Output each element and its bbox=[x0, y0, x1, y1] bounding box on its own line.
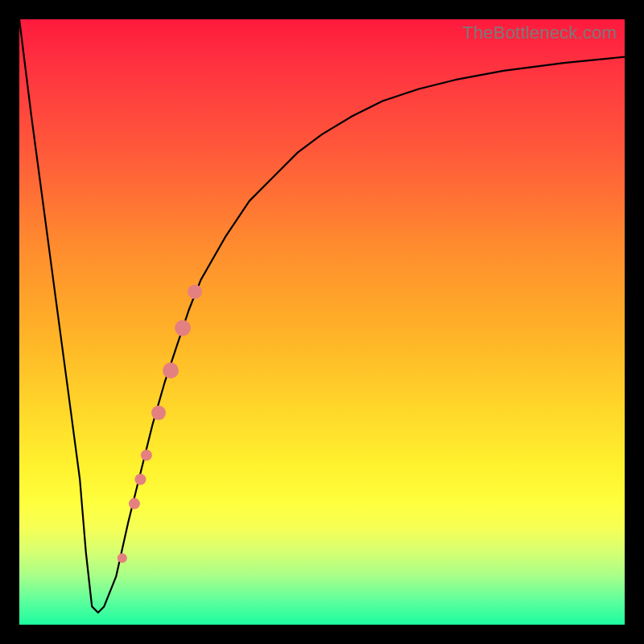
bottleneck-curve bbox=[19, 19, 625, 613]
highlight-dot bbox=[129, 498, 140, 510]
highlight-dot bbox=[118, 553, 127, 563]
highlight-dot bbox=[151, 406, 166, 420]
highlight-dot bbox=[141, 449, 152, 460]
chart-frame: TheBottleneck.com bbox=[0, 0, 644, 644]
plot-area: TheBottleneck.com bbox=[19, 19, 625, 625]
curve-layer bbox=[19, 19, 625, 625]
highlight-dot bbox=[188, 284, 202, 299]
highlight-band bbox=[118, 284, 202, 563]
highlight-dot bbox=[175, 320, 191, 336]
highlight-dot bbox=[163, 362, 179, 378]
highlight-dot bbox=[134, 474, 146, 485]
